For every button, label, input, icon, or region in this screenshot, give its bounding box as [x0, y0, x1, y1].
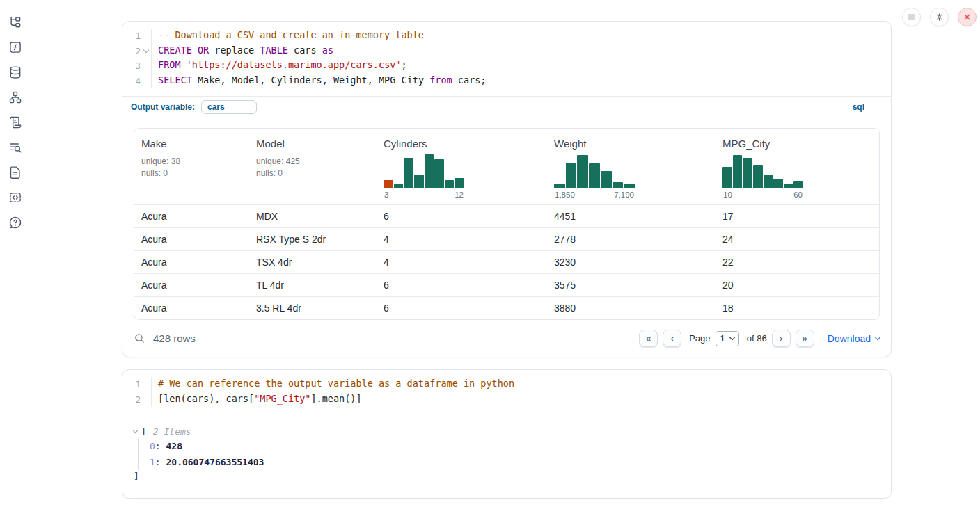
fold-chevron-icon[interactable] [143, 47, 148, 53]
line-number: 4 [122, 74, 141, 89]
documentation-icon[interactable] [8, 166, 22, 179]
language-badge: sql [853, 102, 883, 112]
result-count-label: 2 Items [153, 426, 191, 437]
gutter [141, 44, 151, 59]
histogram-bar [589, 163, 600, 188]
page-total-label: of 86 [747, 333, 767, 344]
table-cell: TSX 4dr [249, 251, 377, 273]
table-cell: 4 [377, 251, 547, 273]
code-line[interactable]: 1# We can reference the output variable … [122, 377, 891, 392]
column-header-make[interactable]: Makeunique: 38nulls: 0 [134, 129, 249, 204]
sql-code-editor[interactable]: 1-- Download a CSV and create an in-memo… [122, 22, 891, 96]
column-header-cylinders[interactable]: Cylinders312 [377, 129, 547, 204]
page-number-select[interactable]: 1 [716, 331, 739, 346]
column-header-mpg_city[interactable]: MPG_City1060 [716, 129, 879, 204]
line-number: 2 [122, 392, 141, 408]
code-text: SELECT Make, Model, Cylinders, Weight, M… [151, 74, 486, 89]
output-variable-label: Output variable: [131, 102, 195, 112]
column-name: Cylinders [384, 138, 540, 150]
line-number: 1 [122, 377, 141, 392]
output-variable-input[interactable]: cars [201, 100, 257, 114]
column-histogram[interactable] [384, 154, 464, 188]
collapse-chevron-icon[interactable] [133, 428, 138, 433]
code-line[interactable]: 1-- Download a CSV and create an in-memo… [122, 29, 891, 44]
result-item: 1: 20.060747663551403 [150, 455, 880, 471]
table-cell: MDX [249, 205, 377, 227]
column-name: MPG_City [722, 138, 872, 150]
menu-button[interactable] [902, 8, 921, 26]
notebook-main: 1-- Download a CSV and create an in-memo… [122, 21, 892, 499]
column-histogram[interactable] [554, 154, 635, 188]
column-histogram[interactable] [722, 154, 803, 188]
histogram-bar [793, 181, 803, 188]
shutdown-close-button[interactable] [958, 8, 977, 26]
notebook-actions [902, 8, 977, 26]
histogram-bar [764, 175, 773, 188]
code-line[interactable]: 2CREATE OR replace TABLE cars as [122, 44, 891, 59]
table-cell: Acura [134, 251, 249, 273]
table-header-row: Makeunique: 38nulls: 0Modelunique: 425nu… [134, 129, 879, 204]
code-line[interactable]: 3FROM 'https://datasets.marimo.app/cars.… [122, 58, 891, 74]
histogram-bar [394, 184, 404, 188]
file-tree-icon[interactable] [8, 15, 22, 29]
column-name: Weight [554, 138, 709, 150]
log-search-icon[interactable] [8, 140, 22, 154]
histogram-bar [414, 175, 424, 188]
table-row[interactable]: Acura3.5 RL 4dr6388018 [134, 296, 879, 319]
table-row[interactable]: AcuraRSX Type S 2dr4277824 [134, 227, 879, 250]
table-cell: 2778 [547, 228, 716, 250]
last-page-button[interactable]: » [796, 330, 814, 347]
table-cell: 18 [716, 297, 879, 319]
table-row[interactable]: AcuraTL 4dr6357520 [134, 273, 879, 296]
first-page-button[interactable]: « [639, 330, 658, 347]
histogram-bar [743, 158, 752, 188]
table-row[interactable]: AcuraTSX 4dr4323022 [134, 250, 879, 273]
histogram-axis-labels: 1,8507,190 [554, 191, 635, 199]
prev-page-button[interactable]: ‹ [663, 330, 681, 347]
histogram-bar [722, 167, 732, 188]
datasources-icon[interactable] [8, 65, 22, 79]
table-body: AcuraMDX6445117AcuraRSX Type S 2dr427782… [134, 204, 879, 319]
code-line[interactable]: 4SELECT Make, Model, Cylinders, Weight, … [122, 74, 891, 89]
chevron-down-icon [875, 335, 880, 340]
histogram-bar [425, 154, 434, 188]
results-table: Makeunique: 38nulls: 0Modelunique: 425nu… [134, 128, 880, 320]
table-cell: 4 [377, 228, 547, 250]
gutter [141, 377, 151, 392]
histogram-axis-labels: 312 [384, 191, 464, 199]
logs-icon[interactable] [8, 115, 22, 129]
code-text: [len(cars), cars["MPG_City"].mean()] [151, 392, 362, 408]
table-cell: Acura [134, 297, 249, 319]
download-button[interactable]: Download [828, 333, 880, 344]
table-row[interactable]: AcuraMDX6445117 [134, 204, 879, 227]
code-text: CREATE OR replace TABLE cars as [151, 44, 333, 59]
histogram-bar [612, 182, 624, 188]
next-page-button[interactable]: › [772, 330, 791, 347]
histogram-bar [733, 155, 743, 188]
histogram-bar [601, 171, 612, 188]
result-item-value: 20.060747663551403 [166, 457, 264, 467]
column-header-weight[interactable]: Weight1,8507,190 [547, 129, 716, 204]
snippets-icon[interactable] [8, 191, 22, 204]
table-cell: 6 [377, 274, 547, 296]
table-cell: 3880 [547, 297, 716, 319]
code-text: -- Download a CSV and create an in-memor… [151, 29, 424, 44]
functions-icon[interactable] [8, 40, 22, 54]
gutter [141, 58, 151, 74]
panel-sidebar [0, 0, 31, 507]
code-line[interactable]: 2[len(cars), cars["MPG_City"].mean()] [122, 392, 891, 408]
histogram-bar [384, 180, 393, 188]
python-code-editor[interactable]: 1# We can reference the output variable … [122, 370, 891, 415]
line-number: 1 [122, 29, 141, 44]
table-cell: 3575 [547, 274, 716, 296]
column-header-model[interactable]: Modelunique: 425nulls: 0 [249, 129, 377, 204]
help-icon[interactable] [8, 216, 22, 230]
column-name: Model [256, 138, 370, 150]
histogram-bar [624, 184, 635, 188]
histogram-bar [455, 178, 464, 188]
table-cell: 3.5 RL 4dr [249, 297, 377, 319]
search-icon[interactable] [134, 332, 145, 344]
dependency-graph-icon[interactable] [8, 90, 22, 104]
table-cell: Acura [134, 228, 249, 250]
settings-gear-button[interactable] [930, 8, 949, 26]
